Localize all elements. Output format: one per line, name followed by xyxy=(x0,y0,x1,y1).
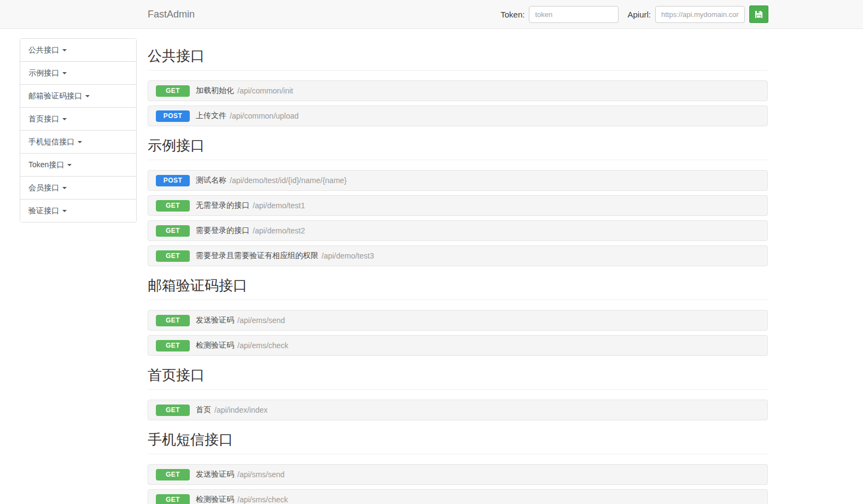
method-badge: GET xyxy=(156,315,190,326)
method-badge: GET xyxy=(156,225,190,237)
api-list: GET 发送验证码 /api/ems/send GET 检测验证码 /api/e… xyxy=(148,310,768,356)
method-badge: GET xyxy=(156,469,190,480)
method-badge: GET xyxy=(156,494,190,504)
api-row[interactable]: GET 加载初始化 /api/common/init xyxy=(148,80,768,101)
top-navbar: FastAdmin Token: Apiurl: xyxy=(0,0,863,29)
sidebar-item[interactable]: 会员接口 xyxy=(20,177,136,200)
sidebar-item-label: 会员接口 xyxy=(28,183,59,193)
section-title: 公共接口 xyxy=(148,49,768,71)
apiurl-input[interactable] xyxy=(655,6,745,23)
api-name: 无需登录的接口 xyxy=(196,201,249,210)
api-path: /api/ems/send xyxy=(237,316,285,325)
section-title: 手机短信接口 xyxy=(148,432,768,454)
api-row[interactable]: GET 无需登录的接口 /api/demo/test1 xyxy=(148,195,768,216)
api-name: 检测验证码 xyxy=(196,495,234,504)
api-row[interactable]: GET 首页 /api/index/index xyxy=(148,400,768,420)
api-name: 检测验证码 xyxy=(196,341,234,350)
caret-down-icon xyxy=(62,72,67,74)
api-row[interactable]: GET 检测验证码 /api/sms/check xyxy=(148,489,768,504)
caret-down-icon xyxy=(62,49,67,51)
api-name: 发送验证码 xyxy=(196,315,234,325)
api-section: 首页接口 GET 首页 /api/index/index xyxy=(148,368,768,420)
api-name: 需要登录的接口 xyxy=(196,226,249,236)
api-row[interactable]: POST 上传文件 /api/common/upload xyxy=(148,106,768,126)
api-name: 发送验证码 xyxy=(196,470,234,479)
sidebar-menu: 公共接口 示例接口 邮箱验证码接口 首页接口 手机短信接口 Token接口 会员… xyxy=(20,38,137,222)
api-name: 测试名称 xyxy=(196,175,226,185)
sidebar-item[interactable]: 邮箱验证码接口 xyxy=(20,85,136,108)
api-list: POST 测试名称 /api/demo/test/id/{id}/name/{n… xyxy=(148,170,768,266)
api-path: /api/sms/check xyxy=(237,495,288,504)
api-row[interactable]: GET 发送验证码 /api/ems/send xyxy=(148,310,768,331)
sidebar-item-label: 验证接口 xyxy=(28,206,59,216)
api-path: /api/ems/check xyxy=(237,341,288,350)
api-path: /api/demo/test2 xyxy=(253,226,305,235)
main-content: 公共接口 GET 加载初始化 /api/common/init POST 上传文… xyxy=(148,29,768,504)
sidebar-item[interactable]: 公共接口 xyxy=(20,39,136,62)
caret-down-icon xyxy=(62,118,67,120)
method-badge: POST xyxy=(156,175,190,186)
caret-down-icon xyxy=(62,187,67,189)
api-section: 手机短信接口 GET 发送验证码 /api/sms/send GET 检测验证码… xyxy=(148,432,768,504)
caret-down-icon xyxy=(78,141,82,143)
api-list: GET 发送验证码 /api/sms/send GET 检测验证码 /api/s… xyxy=(148,464,768,504)
sidebar-item-label: 示例接口 xyxy=(28,68,59,78)
api-name: 需要登录且需要验证有相应组的权限 xyxy=(196,251,318,261)
token-input[interactable] xyxy=(529,6,619,23)
api-row[interactable]: GET 需要登录且需要验证有相应组的权限 /api/demo/test3 xyxy=(148,245,768,266)
sidebar-item[interactable]: 示例接口 xyxy=(20,62,136,85)
method-badge: GET xyxy=(156,85,190,97)
sidebar-item-label: 公共接口 xyxy=(28,45,59,55)
method-badge: POST xyxy=(156,110,190,122)
api-name: 首页 xyxy=(196,405,211,415)
brand-link[interactable]: FastAdmin xyxy=(148,0,195,29)
section-title: 首页接口 xyxy=(148,368,768,390)
api-row[interactable]: GET 检测验证码 /api/ems/check xyxy=(148,335,768,356)
api-section: 公共接口 GET 加载初始化 /api/common/init POST 上传文… xyxy=(148,49,768,126)
sidebar-item[interactable]: 首页接口 xyxy=(20,108,136,131)
sidebar-item[interactable]: 手机短信接口 xyxy=(20,131,136,154)
caret-down-icon xyxy=(85,95,90,97)
api-path: /api/demo/test1 xyxy=(253,201,305,210)
section-title: 示例接口 xyxy=(148,138,768,160)
sidebar-item[interactable]: Token接口 xyxy=(20,154,136,177)
api-list: GET 加载初始化 /api/common/init POST 上传文件 /ap… xyxy=(148,80,768,126)
sidebar-item[interactable]: 验证接口 xyxy=(20,200,136,222)
save-button[interactable] xyxy=(749,5,768,23)
method-badge: GET xyxy=(156,340,190,351)
api-row[interactable]: GET 发送验证码 /api/sms/send xyxy=(148,464,768,485)
method-badge: GET xyxy=(156,250,190,262)
api-path: /api/demo/test3 xyxy=(322,251,374,260)
api-path: /api/common/upload xyxy=(230,112,299,120)
api-row[interactable]: POST 测试名称 /api/demo/test/id/{id}/name/{n… xyxy=(148,170,768,191)
token-label: Token: xyxy=(500,10,524,19)
caret-down-icon xyxy=(67,164,72,166)
sidebar-item-label: 手机短信接口 xyxy=(28,137,74,147)
section-title: 邮箱验证码接口 xyxy=(148,278,768,300)
sidebar-item-label: 首页接口 xyxy=(28,114,59,124)
navbar-controls: Token: Apiurl: xyxy=(500,5,768,23)
api-path: /api/sms/send xyxy=(237,470,284,479)
api-name: 上传文件 xyxy=(196,111,226,121)
api-name: 加载初始化 xyxy=(196,86,234,96)
sidebar-item-label: 邮箱验证码接口 xyxy=(28,91,82,101)
sidebar-item-label: Token接口 xyxy=(28,160,64,170)
api-path: /api/common/init xyxy=(237,86,293,95)
method-badge: GET xyxy=(156,405,190,416)
api-section: 邮箱验证码接口 GET 发送验证码 /api/ems/send GET 检测验证… xyxy=(148,278,768,356)
apiurl-label: Apiurl: xyxy=(627,10,651,19)
api-path: /api/demo/test/id/{id}/name/{name} xyxy=(230,176,347,185)
api-section: 示例接口 POST 测试名称 /api/demo/test/id/{id}/na… xyxy=(148,138,768,266)
api-path: /api/index/index xyxy=(214,406,267,414)
method-badge: GET xyxy=(156,200,190,212)
floppy-disk-icon xyxy=(755,10,763,19)
api-list: GET 首页 /api/index/index xyxy=(148,400,768,420)
api-row[interactable]: GET 需要登录的接口 /api/demo/test2 xyxy=(148,220,768,241)
caret-down-icon xyxy=(62,210,67,212)
